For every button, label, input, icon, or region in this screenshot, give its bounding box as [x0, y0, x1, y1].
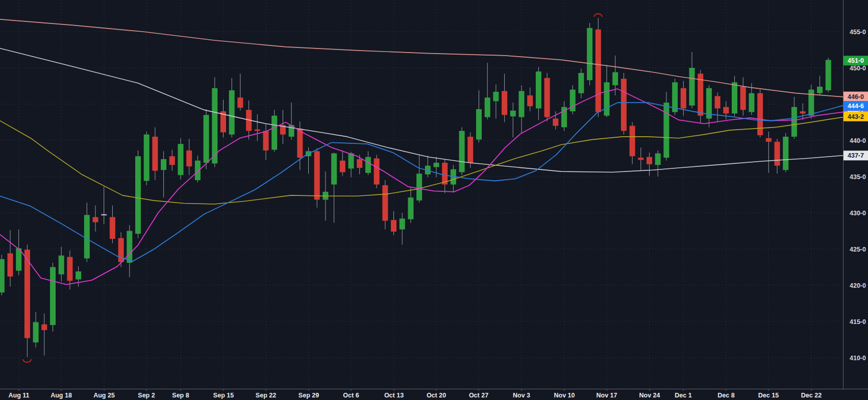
candle-body-oct-24	[467, 137, 473, 163]
date-tick-label: Dec 8	[717, 392, 734, 399]
date-tick-label: Dec 15	[758, 392, 779, 399]
candle-body-aug-18	[59, 256, 64, 274]
candle-body-sep-11	[204, 115, 209, 163]
candle-body-nov-12	[578, 73, 584, 93]
candle-body-nov-25	[655, 154, 661, 165]
date-tick-label: Sep 8	[172, 392, 189, 399]
candle-body-nov-18	[612, 72, 618, 86]
candle-body-dec-15	[766, 138, 772, 142]
candle-body-sep-19	[255, 130, 260, 131]
candle-body-aug-28	[127, 231, 132, 263]
candle-body-aug-19	[67, 257, 72, 281]
candle-body-dec-23	[817, 87, 823, 93]
candle-body-nov-17	[604, 82, 610, 115]
candle-body-sep-26	[297, 129, 303, 158]
date-tick-label: Oct 20	[427, 392, 446, 399]
white-ma-badge-label: 437-7	[848, 152, 864, 159]
candle-body-dec-1	[681, 88, 686, 109]
date-tick-label: Dec 22	[801, 392, 822, 399]
candle-body-nov-21	[638, 158, 643, 160]
date-tick-label: Aug 25	[93, 392, 115, 399]
candle-body-dec-16	[775, 142, 780, 166]
candle-body-dec-22	[808, 90, 814, 116]
candle-body-oct-15	[408, 197, 413, 219]
red-arc-high[interactable]	[594, 14, 602, 17]
candlestick-chart-canvas[interactable]: 455-0450-0445-0440-0435-0430-0425-0420-0…	[0, 0, 868, 400]
candle-body-aug-26	[110, 217, 115, 239]
candle-body-nov-6	[544, 78, 550, 117]
time-axis[interactable]: Aug 11Aug 18Aug 25Sep 2Sep 8Sep 15Sep 22…	[0, 389, 868, 399]
candle-body-oct-16	[416, 173, 422, 201]
candle-body-oct-31	[510, 111, 516, 116]
moving-averages-layer	[0, 19, 843, 285]
price-tick-label: 435-0	[850, 173, 866, 181]
trading-chart-window: 455-0450-0445-0440-0435-0430-0425-0420-0…	[0, 0, 868, 400]
candle-body-oct-3	[340, 161, 345, 172]
date-tick-label: Dec 1	[675, 392, 691, 399]
candle-body-nov-13	[587, 28, 592, 80]
candle-body-aug-22	[93, 217, 98, 222]
ma-white-mid	[0, 48, 843, 172]
price-tick-label: 425-0	[850, 246, 866, 253]
candle-body-oct-9	[374, 159, 380, 185]
candle-body-sep-9	[186, 151, 192, 166]
candle-body-sep-5	[169, 156, 175, 165]
candle-body-nov-3	[519, 91, 525, 117]
candle-body-dec-24	[826, 60, 831, 90]
candle-body-oct-10	[382, 185, 388, 221]
candle-body-sep-16	[229, 90, 235, 135]
candle-body-dec-10	[740, 87, 746, 110]
candle-body-oct-8	[365, 157, 371, 173]
annotations-layer[interactable]	[23, 14, 602, 362]
candle-body-aug-15	[50, 267, 56, 326]
candle-body-aug-13	[33, 322, 39, 342]
candle-body-nov-14	[596, 30, 601, 112]
candle-body-sep-30	[314, 151, 320, 199]
price-tick-label: 450-0	[850, 65, 866, 72]
candle-body-dec-18	[791, 107, 797, 137]
candle-body-oct-14	[400, 218, 405, 229]
candle-body-aug-20	[76, 271, 81, 280]
candle-body-oct-30	[502, 91, 507, 115]
candle-body-sep-10	[195, 161, 201, 180]
candle-body-oct-23	[459, 131, 465, 172]
ma-salmon-long	[0, 19, 843, 97]
candle-body-sep-23	[271, 116, 277, 150]
candle-body-nov-20	[630, 126, 635, 157]
date-tick-label: Oct 6	[343, 392, 359, 399]
candle-body-aug-14	[41, 324, 47, 330]
date-tick-label: Sep 29	[299, 392, 319, 399]
candle-body-sep-8	[178, 144, 184, 175]
candle-body-aug-11	[16, 248, 21, 271]
date-tick-label: Nov 3	[513, 392, 530, 399]
candle-body-nov-11	[570, 90, 576, 112]
candle-body-oct-2	[331, 154, 337, 185]
candle-body-oct-7	[357, 159, 362, 168]
candle-body-oct-20	[434, 163, 439, 167]
candle-body-sep-12	[212, 88, 217, 164]
price-tick-label: 420-0	[850, 282, 866, 289]
date-tick-label: Sep 22	[256, 392, 276, 399]
price-tick-label: 415-0	[850, 318, 866, 326]
candle-body-oct-13	[391, 220, 396, 232]
date-tick-label: Aug 18	[51, 392, 72, 399]
price-tick-label: 440-0	[850, 137, 866, 144]
candle-body-oct-28	[485, 97, 490, 117]
candle-body-aug-25	[101, 214, 107, 215]
candle-body-aug-8	[8, 254, 13, 277]
candle-body-sep-17	[237, 97, 243, 108]
candle-body-sep-3	[152, 137, 158, 171]
candle-body-dec-19	[800, 111, 806, 113]
candle-body-nov-7	[553, 118, 558, 126]
last-price-badge-label: 451-0	[848, 57, 864, 64]
candle-body-aug-7	[0, 259, 5, 292]
candle-body-dec-2	[689, 68, 695, 106]
candle-body-nov-5	[536, 71, 541, 108]
candle-body-dec-17	[783, 137, 788, 170]
price-axis[interactable]: 455-0450-0445-0440-0435-0430-0425-0420-0…	[843, 0, 868, 400]
price-tick-label: 455-0	[850, 29, 866, 36]
red-arc-low[interactable]	[23, 359, 31, 362]
candle-body-nov-4	[527, 95, 533, 106]
date-tick-label: Oct 13	[384, 392, 404, 399]
salmon-ma-badge-label: 446-0	[848, 93, 864, 101]
